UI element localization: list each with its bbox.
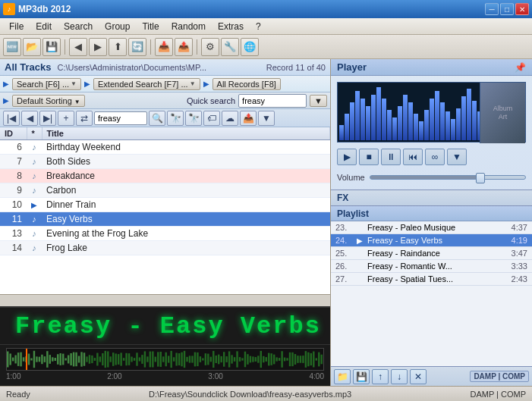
viz-bar	[414, 114, 418, 140]
svg-rect-40	[112, 352, 114, 366]
minimize-button[interactable]: ─	[485, 3, 499, 15]
menu-edit[interactable]: Edit	[30, 20, 58, 33]
col-star[interactable]: *	[27, 127, 42, 140]
prev-button[interactable]: ⏮	[403, 149, 423, 165]
menu-file[interactable]: File	[3, 20, 30, 33]
track-table: ID * Title 6 ♪ Birthday Weekend 7 ♪ Both…	[0, 127, 330, 294]
toolbar-open[interactable]: 📂	[23, 38, 41, 56]
status-filepath: D:\Freasy\Soundclick Download\freasy-eas…	[149, 390, 351, 399]
toolbar-forward[interactable]: ▶	[89, 38, 107, 56]
playlist-delete-button[interactable]: ✕	[410, 369, 427, 384]
toolbar-globe[interactable]: 🌐	[241, 38, 259, 56]
table-row[interactable]: 14 ♪ Frog Lake	[0, 241, 330, 255]
maximize-button[interactable]: □	[500, 3, 514, 15]
viz-bar	[387, 110, 392, 140]
playlist-item[interactable]: 25. Freasy - Raindance 3:47	[331, 247, 532, 260]
toolbar-refresh[interactable]: 🔄	[128, 38, 146, 56]
menu-group[interactable]: Group	[99, 20, 136, 33]
toolbar-settings[interactable]: ⚙	[201, 38, 219, 56]
close-button[interactable]: ✕	[515, 3, 529, 15]
all-records-button[interactable]: All Records [F8]	[212, 78, 281, 90]
extended-search-button[interactable]: Extended Search [F7] ... ▼	[93, 78, 200, 90]
table-row[interactable]: 13 ♪ Evening at the Frog Lake	[0, 227, 330, 241]
table-row[interactable]: 8 ♪ Breakdance	[0, 169, 330, 183]
viz-bar	[376, 87, 381, 140]
now-playing-display: Freasy - Easy Verbs	[0, 306, 330, 344]
menu-help[interactable]: ?	[250, 20, 267, 33]
table-row[interactable]: 10 ▶ Dinner Train	[0, 198, 330, 212]
more-button[interactable]: ▼	[447, 149, 467, 165]
toolbar-tools[interactable]: 🔧	[221, 38, 239, 56]
playlist-item-time: 3:33	[506, 262, 527, 271]
time-marks: 1:00 2:00 3:00 4:00	[6, 371, 324, 381]
col-title[interactable]: Title	[42, 127, 330, 140]
playlist-item[interactable]: 23. Freasy - Paleo Musique 4:37	[331, 221, 532, 234]
filter-tag[interactable]: 🏷	[203, 111, 220, 126]
filter-prev[interactable]: ◀	[21, 111, 38, 126]
svg-rect-79	[216, 356, 217, 363]
menu-random[interactable]: Random	[165, 20, 212, 33]
toolbar-new[interactable]: 🆕	[3, 38, 21, 56]
time-2: 2:00	[107, 372, 121, 381]
progress-track[interactable]	[6, 348, 324, 371]
filter-next-grp[interactable]: ▶|	[39, 111, 56, 126]
filter-bar: |◀ ◀ ▶| + ⇄ 🔍 🔭 🔭 🏷 ☁ 📤 ▼	[0, 109, 330, 127]
playlist-up-button[interactable]: ↑	[372, 369, 389, 384]
filter-binoculars2[interactable]: 🔭	[185, 111, 202, 126]
filter-input[interactable]	[94, 111, 147, 125]
record-info: Record 11 of 40	[266, 63, 326, 72]
menu-search[interactable]: Search	[58, 20, 99, 33]
viz-bar	[345, 114, 349, 140]
toolbar-save[interactable]: 💾	[42, 38, 61, 56]
viz-bar	[403, 95, 408, 140]
loop-button[interactable]: ∞	[425, 149, 445, 165]
svg-rect-15	[46, 351, 48, 368]
menu-title[interactable]: Title	[136, 20, 165, 33]
toolbar-up[interactable]: ⬆	[109, 38, 127, 56]
table-row[interactable]: 6 ♪ Birthday Weekend	[0, 140, 330, 155]
play-button[interactable]: ▶	[337, 149, 357, 165]
filter-cloud[interactable]: ☁	[222, 111, 238, 126]
right-panel: Player 📌 AlbumArt ▶ ■ ⏸ ⏮ ∞ ▼	[331, 59, 532, 386]
toolbar-sep1	[65, 39, 65, 55]
filter-split[interactable]: ⇄	[76, 111, 93, 126]
table-row[interactable]: 11 ♪ Easy Verbs	[0, 212, 330, 227]
filter-binoculars[interactable]: 🔭	[167, 111, 184, 126]
table-row[interactable]: 7 ♪ Both Sides	[0, 155, 330, 169]
viz-bar	[398, 106, 402, 140]
toolbar-import[interactable]: 📥	[155, 38, 173, 56]
toolbar-back[interactable]: ◀	[69, 38, 87, 56]
col-id[interactable]: ID	[0, 127, 27, 140]
pin-icon[interactable]: 📌	[515, 62, 526, 73]
quick-search-input[interactable]	[238, 94, 307, 108]
table-row[interactable]: 9 ♪ Carbon	[0, 183, 330, 198]
filter-first[interactable]: |◀	[3, 111, 20, 126]
filter-search[interactable]: 🔍	[149, 111, 165, 126]
volume-slider[interactable]	[370, 175, 526, 180]
svg-rect-31	[89, 355, 90, 363]
stop-button[interactable]: ■	[359, 149, 379, 165]
playlist-item[interactable]: 24. ▶ Freasy - Easy Verbs 4:19	[331, 234, 532, 247]
playlist-save-button[interactable]: 💾	[353, 369, 370, 384]
toolbar-export[interactable]: 📤	[175, 38, 193, 56]
cell-note: ♪	[27, 227, 42, 241]
quick-search-dropdown[interactable]: ▼	[310, 95, 327, 107]
horizontal-scrollbar[interactable]	[0, 294, 330, 306]
playlist-down-button[interactable]: ↓	[391, 369, 408, 384]
svg-rect-119	[321, 355, 323, 365]
playlist-item[interactable]: 26. Freasy - Romantic W... 3:33	[331, 260, 532, 273]
filter-add[interactable]: +	[58, 111, 74, 126]
volume-thumb[interactable]	[476, 173, 485, 183]
pause-button[interactable]: ⏸	[381, 149, 401, 165]
filter-dropdown[interactable]: ▼	[258, 111, 275, 126]
search-button[interactable]: Search [F6] ... ▼	[12, 78, 81, 90]
playlist-item[interactable]: 27. Freasy - Spatial Tues... 2:43	[331, 273, 532, 286]
svg-rect-26	[75, 352, 77, 366]
svg-rect-0	[7, 351, 8, 367]
main-area: All Tracks C:\Users\Administrator\Docume…	[0, 59, 532, 386]
default-sorting-button[interactable]: Default Sorting ▼	[12, 95, 85, 107]
filter-export2[interactable]: 📤	[240, 111, 257, 126]
menu-extras[interactable]: Extras	[212, 20, 250, 33]
app-icon: ♪	[3, 3, 15, 15]
playlist-add-button[interactable]: 📁	[334, 369, 351, 384]
